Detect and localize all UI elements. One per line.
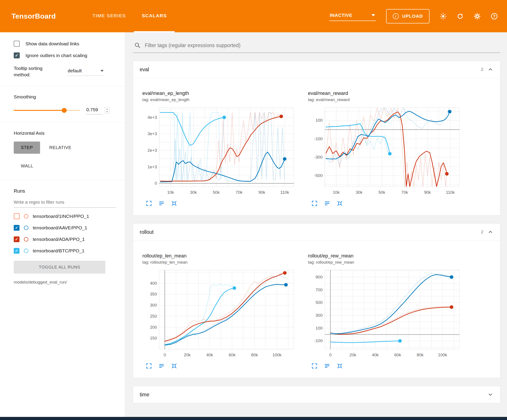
run-checkbox[interactable]: ✓ [14,248,20,254]
settings-gear-icon[interactable] [474,13,481,20]
collapse-chevron-up-icon[interactable] [487,66,493,73]
checkbox-show-download-links[interactable]: ✓ Show data download links [14,41,116,47]
smoothing-slider[interactable] [14,107,80,114]
slider-fill [14,110,64,111]
svg-text:0: 0 [329,352,332,357]
smoothing-value-input[interactable]: 0.759 ▲ ▼ [86,107,110,114]
refresh-icon[interactable] [457,13,464,20]
info-icon: i [393,13,399,19]
axis-button-step[interactable]: STEP [14,142,40,154]
svg-text:90k: 90k [258,190,265,195]
tag-filter-bar[interactable] [133,40,500,53]
run-color-icon [24,237,28,241]
chart-eval-mean-ep-length: eval/mean_ep_length tag: eval/mean_ep_le… [142,90,299,206]
axis-button-wall[interactable]: WALL [14,160,40,172]
toggle-y-axis-icon[interactable] [324,363,330,369]
section-title: rollout [140,229,154,235]
line-chart[interactable]: 10k30k50k70k90k110k100-100-300-500 [308,105,464,199]
fit-domain-icon[interactable] [337,200,343,206]
toggle-y-axis-icon[interactable] [159,200,164,206]
svg-text:250: 250 [150,314,157,318]
checkbox-icon[interactable]: ✓ [14,52,20,58]
svg-text:2e+3: 2e+3 [148,148,157,153]
svg-text:-500: -500 [314,173,323,178]
search-icon [134,42,141,49]
number-spinner[interactable]: ▲ ▼ [105,107,110,114]
upload-button[interactable]: i UPLOAD [386,9,430,23]
fit-domain-icon[interactable] [337,363,343,369]
spinner-up-icon[interactable]: ▲ [106,108,108,110]
divider [0,86,125,86]
chart-toolbar [142,363,299,369]
run-checkbox[interactable]: ✓ [14,236,20,242]
line-chart[interactable]: 020k40k60k80k100k-100100300500700900 [308,267,464,361]
toggle-all-runs-button[interactable]: TOGGLE ALL RUNS [14,261,106,274]
tab-scalars[interactable]: SCALARS [134,0,175,32]
expand-chart-icon[interactable] [311,363,317,369]
section-header-rollout[interactable]: rollout 2 [133,224,500,241]
svg-text:30k: 30k [190,190,197,195]
divider [0,122,125,123]
brightness-icon[interactable] [440,13,447,20]
smoothing-value[interactable]: 0.759 [86,107,102,114]
svg-text:0: 0 [155,181,157,186]
checkbox-icon[interactable]: ✓ [14,41,20,47]
expand-chart-icon[interactable] [146,363,152,369]
tooltip-sorting-value: default [68,68,82,73]
check-icon: ✓ [15,237,18,241]
chart-title: eval/mean_ep_length [142,90,299,96]
runs-logdir-label: models/debugged_eval_run/ [14,280,116,285]
svg-text:80k: 80k [417,352,423,357]
dashboard-main: eval 2 eval/mean_ep_length tag: eval/mea… [125,32,507,420]
tab-bar: TIME SERIES SCALARS [84,0,175,32]
fit-domain-icon[interactable] [171,363,177,369]
section-title: eval [140,67,149,73]
horizontal-axis-buttons: STEP RELATIVE WALL [14,142,100,172]
collapse-chevron-up-icon[interactable] [487,229,493,235]
fit-domain-icon[interactable] [171,200,177,206]
expand-chevron-down-icon[interactable] [487,392,493,398]
section-count: 2 [481,230,483,234]
axis-button-relative[interactable]: RELATIVE [42,142,79,154]
toggle-y-axis-icon[interactable] [324,200,330,206]
run-row[interactable]: ✓ tensorboard/AAVE/PPO_1 [14,225,116,231]
runs-filter-input[interactable] [14,198,116,208]
chart-tag: tag: eval/mean_ep_length [142,97,299,102]
toggle-y-axis-icon[interactable] [159,363,164,369]
svg-text:50k: 50k [213,190,220,195]
run-row[interactable]: ✓ tensorboard/BTC/PPO_1 [14,248,116,254]
section-header-eval[interactable]: eval 2 [133,61,500,78]
run-row[interactable]: ✓ tensorboard/ADA/PPO_1 [14,236,116,242]
section-header-time[interactable]: time [133,386,500,403]
svg-text:300: 300 [316,313,323,318]
run-color-icon [24,248,28,253]
svg-text:350: 350 [150,292,157,296]
status-dropdown[interactable]: INACTIVE [330,11,376,21]
tab-time-series[interactable]: TIME SERIES [84,0,134,32]
run-checkbox[interactable]: ✓ [14,213,20,219]
svg-text:100: 100 [316,326,323,330]
svg-text:20k: 20k [184,352,191,357]
run-row[interactable]: ✓ tensorboard/1INCH/PPO_1 [14,213,116,219]
svg-text:60k: 60k [229,352,236,357]
slider-thumb[interactable] [62,108,67,113]
spinner-down-icon[interactable]: ▼ [106,111,108,113]
checkbox-ignore-outliers[interactable]: ✓ Ignore outliers in chart scaling [14,52,116,58]
slider-track[interactable] [14,110,80,111]
chart-eval-mean-reward: eval/mean_reward tag: eval/mean_reward 1… [308,90,464,206]
chart-tag: tag: rollout/ep_rew_mean [308,260,464,265]
expand-chart-icon[interactable] [311,200,317,206]
line-chart[interactable]: 020k40k60k80k100k150200250300350400 [142,267,299,361]
topbar: TensorBoard TIME SERIES SCALARS INACTIVE… [0,0,507,32]
chart-tag: tag: rollout/ep_len_mean [142,260,299,265]
run-checkbox[interactable]: ✓ [14,225,20,231]
chart-rollout-ep-rew-mean: rollout/ep_rew_mean tag: rollout/ep_rew_… [308,253,464,369]
line-chart[interactable]: 10k30k50k70k90k110k01e+32e+33e+34e+3 [142,105,299,199]
help-icon[interactable]: ? [491,13,498,20]
svg-text:150: 150 [150,336,157,340]
bottom-scroll-strip [0,417,507,420]
expand-chart-icon[interactable] [146,200,152,206]
run-label: tensorboard/1INCH/PPO_1 [33,214,89,219]
tag-filter-input[interactable] [145,42,499,48]
tooltip-sorting-select[interactable]: default [67,67,105,76]
